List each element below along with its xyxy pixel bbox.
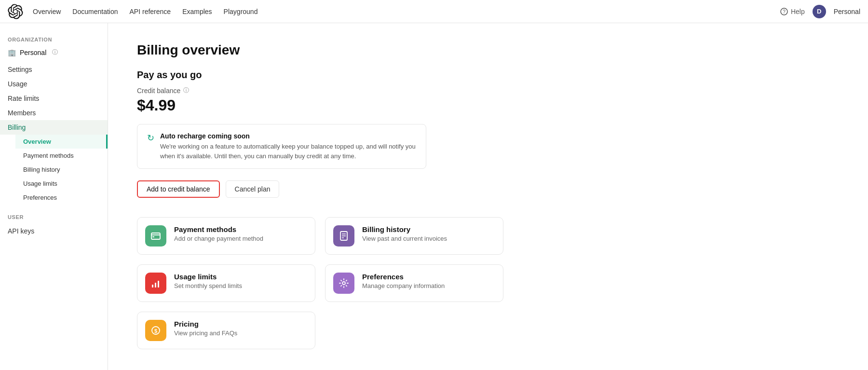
credit-amount: $4.99	[137, 96, 839, 114]
card-payment-methods[interactable]: Payment methodsAdd or change payment met…	[137, 217, 315, 255]
card-title-usage-limits: Usage limits	[174, 273, 242, 281]
user-label[interactable]: Personal	[834, 8, 860, 15]
card-desc-pricing: View pricing and FAQs	[174, 329, 237, 337]
sidebar-item-label: Overview	[23, 138, 51, 145]
nav-links: Overview Documentation API reference Exa…	[33, 8, 780, 15]
card-title-payment-methods: Payment methods	[174, 225, 263, 233]
help-circle-icon: ?	[780, 8, 788, 15]
card-billing-history[interactable]: Billing historyView past and current inv…	[325, 217, 503, 255]
svg-rect-10	[155, 283, 156, 288]
sidebar-item-label: Members	[8, 109, 36, 117]
card-desc-usage-limits: Set monthly spend limits	[174, 282, 242, 289]
user-section-label: USER	[0, 214, 108, 224]
card-icon-payment-methods	[145, 225, 166, 247]
info-title: Auto recharge coming soon	[160, 132, 416, 140]
sidebar-item-usage[interactable]: Usage	[0, 77, 108, 91]
svg-text:?: ?	[783, 9, 786, 14]
sidebar-item-api-keys[interactable]: API keys	[0, 224, 108, 238]
sidebar-item-label: Billing history	[23, 166, 60, 173]
sidebar-item-label: Billing	[8, 123, 26, 131]
sidebar-item-label: API keys	[8, 227, 34, 235]
recharge-icon: ↻	[147, 133, 154, 143]
nav-examples[interactable]: Examples	[182, 8, 212, 15]
btn-row: Add to credit balance Cancel plan	[137, 180, 839, 198]
card-desc-payment-methods: Add or change payment method	[174, 235, 263, 242]
svg-rect-9	[152, 285, 153, 288]
page-title: Billing overview	[137, 42, 839, 58]
cancel-plan-button[interactable]: Cancel plan	[226, 180, 280, 198]
layout: ORGANIZATION 🏢 Personal ⓘ Settings Usage…	[0, 23, 868, 370]
sidebar-item-label: Preferences	[23, 194, 57, 201]
sidebar-item-label: Usage	[8, 80, 27, 88]
cards-grid: Payment methodsAdd or change payment met…	[137, 217, 503, 349]
user-avatar[interactable]: D	[813, 5, 826, 18]
credit-balance-label: Credit balance ⓘ	[137, 86, 839, 95]
card-icon-billing-history	[333, 225, 354, 247]
sidebar: ORGANIZATION 🏢 Personal ⓘ Settings Usage…	[0, 23, 108, 370]
sidebar-item-billing[interactable]: Billing	[0, 120, 108, 135]
sidebar-item-members[interactable]: Members	[0, 106, 108, 120]
sidebar-item-label: Settings	[8, 66, 32, 73]
org-info-icon[interactable]: ⓘ	[52, 48, 58, 56]
credit-info-icon[interactable]: ⓘ	[183, 86, 189, 95]
nav-documentation[interactable]: Documentation	[72, 8, 118, 15]
nav-api-reference[interactable]: API reference	[130, 8, 171, 15]
sidebar-item-label: Usage limits	[23, 180, 57, 187]
sidebar-item-usage-limits[interactable]: Usage limits	[15, 177, 108, 191]
org-name: Personal	[20, 49, 46, 56]
card-icon-pricing: $	[145, 320, 166, 341]
top-nav: Overview Documentation API reference Exa…	[0, 0, 868, 23]
help-button[interactable]: ? Help	[780, 8, 805, 15]
org-icon: 🏢	[8, 49, 16, 56]
card-icon-usage-limits	[145, 273, 166, 294]
sidebar-item-rate-limits[interactable]: Rate limits	[0, 91, 108, 106]
card-title-billing-history: Billing history	[362, 225, 447, 233]
nav-right: ? Help D Personal	[780, 5, 860, 18]
card-icon-preferences	[333, 273, 354, 294]
info-box: ↻ Auto recharge coming soon We're workin…	[137, 124, 426, 169]
billing-subnav: Overview Payment methods Billing history…	[0, 135, 108, 205]
logo-icon[interactable]	[8, 4, 23, 19]
card-desc-billing-history: View past and current invoices	[362, 235, 447, 242]
card-preferences[interactable]: PreferencesManage company information	[325, 264, 503, 302]
org-section-label: ORGANIZATION	[0, 37, 108, 46]
add-to-credit-balance-button[interactable]: Add to credit balance	[137, 180, 220, 198]
svg-text:$: $	[154, 328, 157, 334]
card-title-preferences: Preferences	[362, 273, 445, 281]
sidebar-item-billing-history[interactable]: Billing history	[15, 163, 108, 177]
card-title-pricing: Pricing	[174, 320, 237, 328]
sidebar-item-preferences[interactable]: Preferences	[15, 191, 108, 205]
info-desc: We're working on a feature to automatica…	[160, 142, 416, 161]
sidebar-item-payment-methods[interactable]: Payment methods	[15, 149, 108, 163]
org-header: 🏢 Personal ⓘ	[0, 46, 108, 62]
sidebar-item-overview[interactable]: Overview	[15, 135, 108, 149]
nav-overview[interactable]: Overview	[33, 8, 61, 15]
main-content: Billing overview Pay as you go Credit ba…	[108, 23, 868, 370]
sidebar-item-label: Payment methods	[23, 152, 74, 159]
svg-rect-2	[151, 233, 160, 239]
card-usage-limits[interactable]: Usage limitsSet monthly spend limits	[137, 264, 315, 302]
svg-rect-11	[158, 281, 159, 288]
card-pricing[interactable]: $PricingView pricing and FAQs	[137, 312, 315, 349]
sidebar-item-label: Rate limits	[8, 95, 39, 102]
nav-playground[interactable]: Playground	[224, 8, 258, 15]
svg-point-12	[342, 282, 345, 285]
sidebar-item-settings[interactable]: Settings	[0, 62, 108, 77]
info-box-content: Auto recharge coming soon We're working …	[160, 132, 416, 161]
svg-rect-4	[152, 236, 154, 237]
card-desc-preferences: Manage company information	[362, 282, 445, 289]
section-title: Pay as you go	[137, 69, 839, 81]
